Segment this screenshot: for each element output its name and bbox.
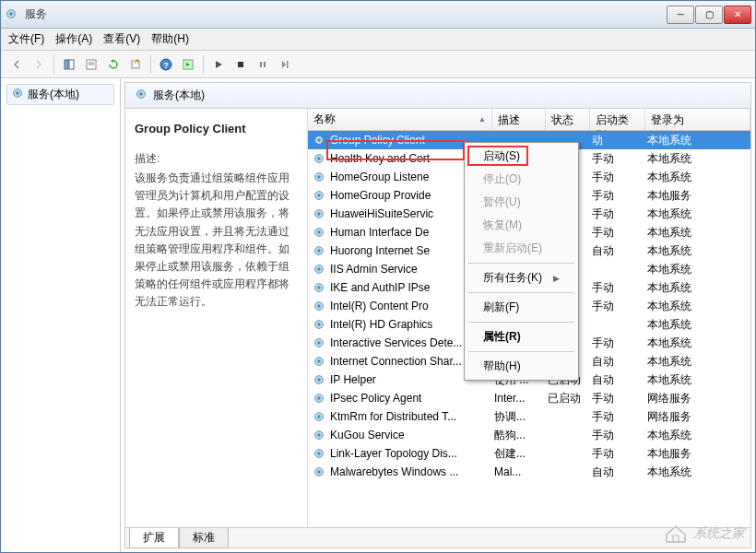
service-start-type: 自动 [590,243,645,259]
pause-service-button[interactable] [253,54,273,75]
col-header-logon[interactable]: 登录为 [645,109,750,130]
svg-point-20 [317,138,321,142]
svg-point-1 [9,12,13,16]
nav-back-button[interactable] [6,54,27,75]
service-start-type: 手动 [590,151,645,167]
col-header-desc[interactable]: 描述 [492,109,546,130]
help-button[interactable]: ? [156,54,176,75]
service-name: Link-Layer Topology Dis... [330,447,457,460]
services-app-icon [5,7,19,22]
service-icon [312,262,326,276]
menu-action[interactable]: 操作(A) [55,31,92,47]
ctx-separator [468,322,574,323]
toolbar-separator [150,55,151,74]
svg-point-34 [317,267,321,271]
service-name: IPsec Policy Agent [330,392,421,405]
action-pane-button[interactable] [178,54,198,75]
service-start-type: 自动 [590,372,645,388]
ctx-help[interactable]: 帮助(H) [467,355,576,378]
service-row[interactable]: Link-Layer Topology Dis...创建...手动本地服务 [308,444,750,463]
service-start-type: 手动 [590,391,645,406]
properties-button[interactable] [81,54,101,75]
services-icon [11,87,24,102]
service-name: Huorong Internet Se [330,244,430,257]
minimize-button[interactable]: ─ [667,6,694,24]
service-logon: 本地系统 [645,372,750,388]
ctx-resume: 恢复(M) [467,214,576,237]
service-logon: 本地系统 [645,262,750,277]
services-window: 服务 ─ ▢ ✕ 文件(F) 操作(A) 查看(V) 帮助(H) ? [0,0,756,553]
menu-view[interactable]: 查看(V) [103,31,140,47]
tab-standard[interactable]: 标准 [179,528,229,548]
context-menu: 启动(S) 停止(O) 暂停(U) 恢复(M) 重新启动(E) 所有任务(K)▶… [464,142,579,381]
menu-help[interactable]: 帮助(H) [151,31,189,47]
service-start-type: 手动 [590,446,645,462]
ctx-properties[interactable]: 属性(R) [467,325,576,348]
ctx-stop: 停止(O) [467,168,576,191]
refresh-button[interactable] [103,54,124,75]
tree-services-local[interactable]: 服务(本地) [6,84,114,105]
svg-point-16 [16,91,19,95]
service-row[interactable]: Malwarebytes Windows ...Mal...自动本地系统 [308,463,750,481]
main-body: 服务(本地) 服务(本地) Group Policy Client 描述: 该服… [1,78,755,552]
service-name: IP Helper [330,373,376,386]
svg-point-28 [317,212,321,216]
export-button[interactable] [125,54,146,75]
svg-rect-2 [65,60,68,69]
svg-point-18 [139,92,143,96]
close-button[interactable]: ✕ [724,6,751,24]
service-start-type: 动 [590,133,645,148]
menu-file[interactable]: 文件(F) [8,31,44,47]
ctx-refresh[interactable]: 刷新(F) [467,296,576,319]
service-row[interactable]: KuGou Service酷狗...手动本地系统 [308,426,750,444]
service-start-type: 手动 [590,206,645,222]
service-row[interactable]: KtmRm for Distributed T...协调...手动网络服务 [308,407,750,426]
col-header-status[interactable]: 状态 [546,109,590,130]
console-tree[interactable]: 服务(本地) [1,78,121,552]
show-hide-tree-button[interactable] [59,54,79,75]
service-name: Interactive Services Dete... [330,336,462,349]
svg-point-44 [317,359,321,363]
service-icon [312,391,326,406]
ctx-all-tasks[interactable]: 所有任务(K)▶ [467,266,576,289]
svg-point-48 [317,396,321,400]
tab-extended[interactable]: 扩展 [129,528,179,548]
start-service-button[interactable] [208,54,229,75]
titlebar: 服务 ─ ▢ ✕ [1,1,755,29]
toolbar: ? [1,51,755,78]
service-logon: 本地系统 [645,151,750,167]
service-start-type: 手动 [590,280,645,296]
service-icon [312,299,326,313]
service-logon: 本地服务 [645,188,750,204]
service-logon: 本地系统 [645,280,750,296]
svg-point-22 [317,157,321,160]
svg-point-32 [317,249,321,253]
ctx-separator [468,351,574,352]
ctx-start[interactable]: 启动(S) [467,145,576,168]
service-desc: 酷狗... [492,428,546,443]
service-start-type: 手动 [590,225,645,241]
service-name: IIS Admin Service [330,263,418,276]
stop-service-button[interactable] [230,54,251,75]
services-icon [135,88,148,103]
col-header-start[interactable]: 启动类型 [590,109,645,130]
service-logon: 本地系统 [645,299,750,314]
selected-service-title: Group Policy Client [135,120,298,139]
service-logon: 本地系统 [645,465,750,480]
service-icon [312,225,326,240]
svg-point-54 [317,452,321,455]
svg-point-26 [317,194,321,197]
service-icon [312,317,326,332]
service-name: Internet Connection Shar... [330,355,462,368]
service-name: HuaweiHiSuiteServic [330,207,433,220]
nav-forward-button[interactable] [29,54,49,75]
ctx-restart: 重新启动(E) [467,237,576,260]
restart-service-button[interactable] [275,54,295,75]
service-icon [312,409,326,424]
svg-point-40 [317,323,321,326]
col-header-name[interactable]: 名称▲ [308,109,492,130]
service-row[interactable]: IPsec Policy AgentInter...已启动手动网络服务 [308,389,750,407]
svg-point-24 [317,175,321,179]
maximize-button[interactable]: ▢ [695,6,723,24]
svg-point-56 [317,470,321,474]
